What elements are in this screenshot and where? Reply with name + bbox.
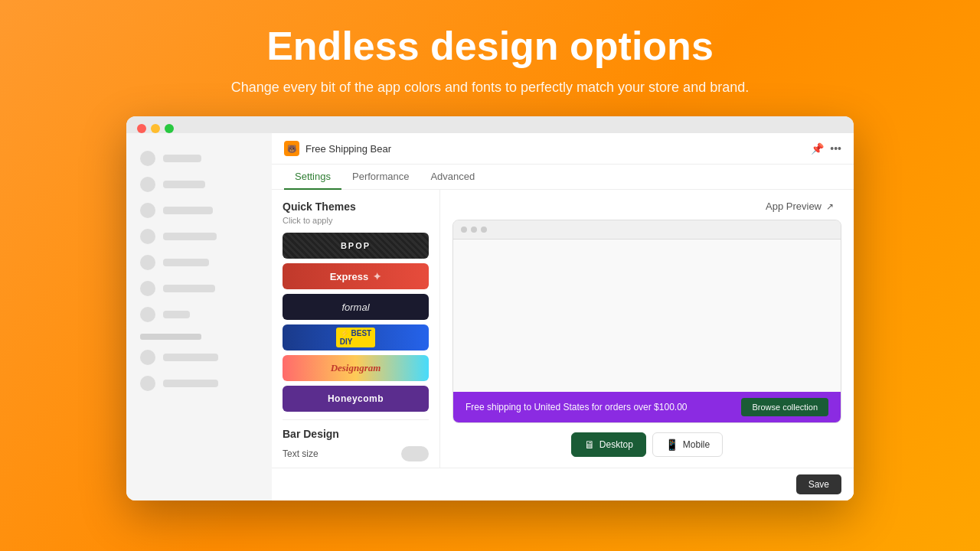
header-actions: 📌 •••: [811, 142, 841, 155]
theme-bpop[interactable]: BPOP: [283, 233, 429, 259]
sidebar-item-label: [163, 311, 190, 318]
browse-collection-button[interactable]: Browse collection: [741, 398, 828, 416]
theme-express[interactable]: Express ✦: [283, 263, 429, 289]
tabs-bar: Settings Performance Advanced: [272, 165, 854, 190]
sidebar-item-label: [163, 354, 218, 361]
sidebar-avatar: [140, 281, 155, 296]
sidebar-item-home[interactable]: [126, 145, 272, 171]
sidebar-item-customers[interactable]: [126, 223, 272, 249]
sidebar-avatar: [140, 177, 155, 192]
sidebar-item-analytics[interactable]: [126, 249, 272, 276]
sidebar-section-header: [126, 334, 272, 340]
browser-window: 🐻 Free Shipping Bear 📌 ••• Settings Perf…: [126, 116, 854, 500]
preview-header: App Preview ↗: [766, 201, 834, 212]
mobile-label: Mobile: [683, 439, 710, 450]
app-title-row: 🐻 Free Shipping Bear: [284, 141, 391, 156]
sidebar-item-point-of-sale[interactable]: [126, 370, 272, 396]
quick-themes-subtitle: Click to apply: [283, 216, 429, 225]
theme-formal[interactable]: formal: [283, 294, 429, 320]
preview-dot-2: [471, 227, 477, 233]
bar-design-title: Bar Design: [283, 428, 429, 440]
browser-content: 🐻 Free Shipping Bear 📌 ••• Settings Perf…: [126, 133, 854, 500]
shipping-bar: Free shipping to United States for order…: [453, 392, 841, 422]
bar-design-section: Bar Design Text size: [283, 419, 429, 461]
tab-performance[interactable]: Performance: [341, 165, 420, 190]
bottom-bar: Save: [272, 468, 854, 500]
sidebar-item-label: [163, 233, 217, 240]
sidebar-item-label: [163, 380, 218, 387]
theme-designgram[interactable]: Designgram: [283, 355, 429, 381]
sidebar-item-label: [163, 259, 209, 266]
theme-bestdiy[interactable]: ⚡ BESTDIY: [283, 324, 429, 350]
save-button[interactable]: Save: [796, 474, 841, 494]
sidebar-avatar: [140, 229, 155, 244]
text-size-toggle[interactable]: [401, 446, 429, 461]
preview-browser: Free shipping to United States for order…: [452, 220, 841, 423]
shipping-bar-text: Free shipping to United States for order…: [466, 402, 688, 412]
sidebar-avatar: [140, 255, 155, 270]
preview-dot-1: [461, 227, 467, 233]
sidebar-item-label: [163, 285, 215, 292]
app-sidebar: [126, 133, 272, 500]
browser-chrome: [126, 116, 854, 133]
app-preview-label: App Preview: [766, 201, 822, 212]
right-panel: App Preview ↗ Free shipp: [440, 190, 854, 468]
mobile-view-button[interactable]: 📱 Mobile: [652, 432, 723, 457]
sidebar-item-label: [163, 155, 201, 162]
app-title: Free Shipping Bear: [305, 143, 391, 155]
minimize-button[interactable]: [151, 124, 160, 133]
content-area: Quick Themes Click to apply BPOP Express…: [272, 190, 854, 468]
sidebar-avatar: [140, 350, 155, 365]
hero-section: Endless design options Change every bit …: [201, 0, 779, 116]
sidebar-item-label: [163, 207, 213, 214]
sidebar-item-discounts[interactable]: [126, 276, 272, 302]
pin-icon[interactable]: 📌: [811, 142, 824, 155]
preview-browser-dots: [453, 220, 841, 240]
sidebar-item-products[interactable]: [126, 197, 272, 223]
maximize-button[interactable]: [165, 124, 174, 133]
hero-title: Endless design options: [231, 24, 749, 68]
sidebar-item-online-store[interactable]: [126, 344, 272, 370]
tab-advanced[interactable]: Advanced: [420, 165, 485, 190]
close-button[interactable]: [137, 124, 146, 133]
mobile-icon: 📱: [665, 439, 678, 451]
preview-dot-3: [481, 227, 487, 233]
theme-honeycomb[interactable]: Honeycomb: [283, 386, 429, 412]
tab-settings[interactable]: Settings: [284, 165, 341, 190]
main-area: 🐻 Free Shipping Bear 📌 ••• Settings Perf…: [272, 133, 854, 500]
sidebar-avatar: [140, 203, 155, 218]
quick-themes-title: Quick Themes: [283, 201, 429, 213]
sidebar-avatar: [140, 151, 155, 166]
text-size-label: Text size: [283, 448, 318, 459]
desktop-view-button[interactable]: 🖥 Desktop: [571, 432, 646, 457]
sidebar-item-apps[interactable]: [126, 302, 272, 328]
sidebar-avatar: [140, 376, 155, 391]
traffic-lights: [137, 124, 174, 133]
left-panel: Quick Themes Click to apply BPOP Express…: [272, 190, 440, 468]
sidebar-avatar: [140, 307, 155, 322]
bar-design-text-size-row: Text size: [283, 446, 429, 461]
sidebar-item-label: [163, 181, 205, 188]
more-options-icon[interactable]: •••: [830, 142, 841, 155]
external-link-icon[interactable]: ↗: [826, 201, 834, 212]
desktop-icon: 🖥: [584, 439, 595, 451]
sidebar-item-orders[interactable]: [126, 171, 272, 197]
view-buttons: 🖥 Desktop 📱 Mobile: [571, 432, 723, 457]
preview-content: Free shipping to United States for order…: [453, 240, 841, 422]
hero-subtitle: Change every bit of the app colors and f…: [231, 77, 749, 98]
app-header: 🐻 Free Shipping Bear 📌 •••: [272, 133, 854, 165]
desktop-label: Desktop: [599, 439, 633, 450]
app-icon: 🐻: [284, 141, 299, 156]
